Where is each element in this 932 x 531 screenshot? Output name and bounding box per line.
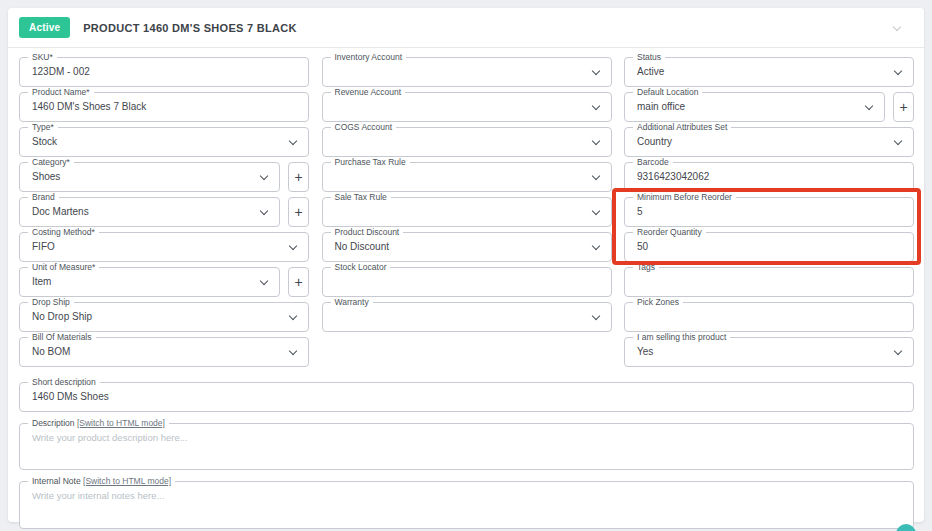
- field-label: Pick Zones: [633, 297, 683, 308]
- chevron-down-icon: [591, 312, 599, 320]
- input-pick-zones[interactable]: Pick Zones: [624, 302, 914, 332]
- input-sku[interactable]: SKU*123DM - 002: [19, 57, 309, 87]
- select-default-location[interactable]: Default Locationmain office: [624, 92, 885, 122]
- internal-note-placeholder: Write your internal notes here...: [32, 490, 164, 501]
- field-label: Tags: [633, 262, 659, 273]
- select-costing-method[interactable]: Costing Method*FIFO: [19, 232, 309, 262]
- select-purchase-tax-rule[interactable]: Purchase Tax Rule: [322, 162, 612, 192]
- field-row: Category*Shoes+: [19, 162, 309, 192]
- field-value: Active: [637, 58, 664, 85]
- description-label: Description: [32, 418, 75, 428]
- field-label: Warranty: [331, 297, 373, 308]
- field-label: Description [Switch to HTML mode]: [28, 418, 169, 429]
- select-warranty[interactable]: Warranty: [322, 302, 612, 332]
- field-row: Unit of Measure*Item+: [19, 267, 309, 297]
- chevron-down-icon: [289, 312, 297, 320]
- form-columns: SKU*123DM - 002Product Name*1460 DM's Sh…: [19, 57, 914, 372]
- field-row: Default Locationmain office+: [624, 92, 914, 122]
- chevron-down-icon: [591, 172, 599, 180]
- field-value: main office: [637, 93, 685, 120]
- input-stock-locator[interactable]: Stock Locator: [322, 267, 612, 297]
- field-label: Minimum Before Reorder: [633, 192, 736, 203]
- add-unit-of-measure-button[interactable]: +: [288, 267, 309, 297]
- field-label: COGS Account: [331, 122, 397, 133]
- internal-note-label: Internal Note: [32, 476, 81, 486]
- chevron-down-icon: [260, 207, 268, 215]
- chevron-down-icon: [591, 242, 599, 250]
- field-value: 9316423042062: [637, 163, 709, 190]
- page-background: Active PRODUCT 1460 DM'S SHOES 7 BLACK S…: [0, 0, 932, 531]
- field-value: No Discount: [335, 233, 389, 260]
- select-additional-attributes-set[interactable]: Additional Attributes SetCountry: [624, 127, 914, 157]
- select-revenue-account[interactable]: Revenue Account: [322, 92, 612, 122]
- collapse-section-button[interactable]: [890, 23, 902, 35]
- field-value: No BOM: [32, 338, 70, 365]
- input-reorder-quantity[interactable]: Reorder Quantity50: [624, 232, 914, 262]
- description-editor[interactable]: Description [Switch to HTML mode] Write …: [19, 423, 914, 470]
- select-status[interactable]: StatusActive: [624, 57, 914, 87]
- field-label: Inventory Account: [331, 52, 407, 63]
- select-type[interactable]: Type*Stock: [19, 127, 309, 157]
- field-value: Country: [637, 128, 672, 155]
- chevron-down-icon: [289, 347, 297, 355]
- field-value: 50: [637, 233, 648, 260]
- chevron-down-icon: [289, 137, 297, 145]
- switch-html-mode-link[interactable]: [Switch to HTML mode]: [77, 418, 165, 428]
- select-unit-of-measure[interactable]: Unit of Measure*Item: [19, 267, 280, 297]
- field-value: Yes: [637, 338, 653, 365]
- field-label: Stock Locator: [331, 262, 391, 273]
- chevron-down-icon: [591, 102, 599, 110]
- select-sale-tax-rule[interactable]: Sale Tax Rule: [322, 197, 612, 227]
- product-header: Active PRODUCT 1460 DM'S SHOES 7 BLACK: [8, 8, 924, 48]
- description-placeholder: Write your product description here...: [32, 432, 188, 443]
- select-drop-ship[interactable]: Drop ShipNo Drop Ship: [19, 302, 309, 332]
- field-value: FIFO: [32, 233, 55, 260]
- product-form: SKU*123DM - 002Product Name*1460 DM's Sh…: [8, 48, 924, 529]
- select-product-discount[interactable]: Product DiscountNo Discount: [322, 232, 612, 262]
- chevron-down-icon: [591, 207, 599, 215]
- select-bill-of-materials[interactable]: Bill Of MaterialsNo BOM: [19, 337, 309, 367]
- form-column-right: StatusActiveDefault Locationmain office+…: [624, 57, 914, 372]
- add-brand-button[interactable]: +: [288, 197, 309, 227]
- field-value: 5: [637, 198, 643, 225]
- select-category[interactable]: Category*Shoes: [19, 162, 280, 192]
- chevron-down-icon: [893, 23, 901, 31]
- chevron-down-icon: [591, 137, 599, 145]
- field-value: No Drop Ship: [32, 303, 92, 330]
- input-product-name[interactable]: Product Name*1460 DM's Shoes 7 Black: [19, 92, 309, 122]
- field-label: Internal Note [Switch to HTML mode]: [28, 476, 175, 487]
- add-default-location-button[interactable]: +: [893, 92, 914, 122]
- field-value: Doc Martens: [32, 198, 89, 225]
- field-value: 1460 DMs Shoes: [32, 383, 109, 410]
- input-short-description[interactable]: Short description 1460 DMs Shoes: [19, 382, 914, 412]
- chevron-down-icon: [591, 67, 599, 75]
- field-value: Item: [32, 268, 51, 295]
- input-barcode[interactable]: Barcode9316423042062: [624, 162, 914, 192]
- chevron-down-icon: [260, 277, 268, 285]
- field-value: 1460 DM's Shoes 7 Black: [32, 93, 146, 120]
- switch-html-mode-link[interactable]: [Switch to HTML mode]: [83, 476, 171, 486]
- field-value: 123DM - 002: [32, 58, 90, 85]
- field-label: Purchase Tax Rule: [331, 157, 410, 168]
- chevron-down-icon: [289, 242, 297, 250]
- field-label: Revenue Account: [331, 87, 406, 98]
- chevron-down-icon: [894, 137, 902, 145]
- form-column-left: SKU*123DM - 002Product Name*1460 DM's Sh…: [19, 57, 309, 372]
- chevron-down-icon: [260, 172, 268, 180]
- input-minimum-before-reorder[interactable]: Minimum Before Reorder5: [624, 197, 914, 227]
- form-column-middle: Inventory AccountRevenue AccountCOGS Acc…: [322, 57, 612, 372]
- field-row: BrandDoc Martens+: [19, 197, 309, 227]
- select-brand[interactable]: BrandDoc Martens: [19, 197, 280, 227]
- field-value: Shoes: [32, 163, 60, 190]
- select-cogs-account[interactable]: COGS Account: [322, 127, 612, 157]
- field-label: Sale Tax Rule: [331, 192, 391, 203]
- add-category-button[interactable]: +: [288, 162, 309, 192]
- internal-note-editor[interactable]: Internal Note [Switch to HTML mode] Writ…: [19, 481, 914, 529]
- chevron-down-icon: [894, 67, 902, 75]
- status-badge: Active: [19, 17, 70, 38]
- field-value: Stock: [32, 128, 57, 155]
- select-inventory-account[interactable]: Inventory Account: [322, 57, 612, 87]
- chevron-down-icon: [894, 347, 902, 355]
- select-i-am-selling-this-product[interactable]: I am selling this productYes: [624, 337, 914, 367]
- input-tags[interactable]: Tags: [624, 267, 914, 297]
